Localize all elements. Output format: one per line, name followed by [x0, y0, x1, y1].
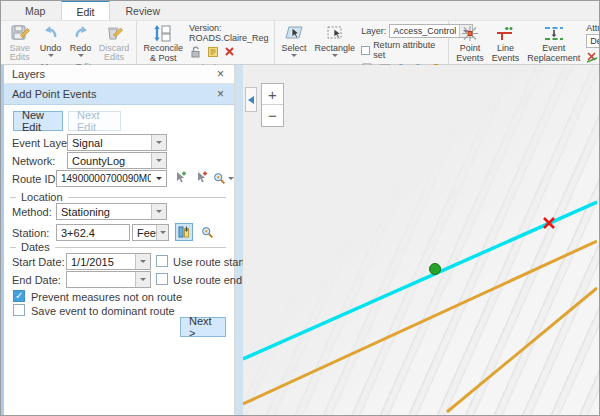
network-label: Network: [12, 155, 55, 167]
line-events-button[interactable]: Line Events [488, 22, 524, 63]
layers-pane-header: Layers × [4, 65, 234, 84]
add-point-events-body: New Edit Next Edit Event Layer: Signal N… [4, 105, 234, 415]
redo-button[interactable]: Redo [66, 22, 96, 57]
location-section-header: Location [10, 191, 226, 203]
use-route-end-checkbox[interactable] [156, 273, 168, 285]
zoom-in-button[interactable]: + [262, 84, 283, 105]
layers-pane-title: Layers [12, 68, 215, 80]
end-date-combo[interactable] [66, 271, 151, 288]
tab-edit[interactable]: Edit [61, 0, 109, 20]
pane-divider[interactable] [235, 65, 243, 415]
ribbon: Save Edits Undo Redo [1, 21, 599, 65]
route-id-caret[interactable] [151, 171, 166, 186]
group-selection: Select Rectangle Layer: Access_Control [275, 21, 450, 64]
rectangle-select-icon [325, 23, 345, 43]
point-event-marker[interactable] [430, 264, 441, 275]
layer-label: Layer: [361, 26, 386, 36]
select-route-add-icon[interactable] [171, 169, 189, 187]
reconcile-icon [153, 23, 173, 43]
station-zoom-icon[interactable] [198, 223, 216, 241]
event-replacement-icon [542, 23, 566, 43]
point-events-icon [460, 23, 480, 43]
tab-map[interactable]: Map [11, 0, 59, 20]
line-events-icon [495, 23, 515, 43]
pick-location-tool-icon[interactable] [175, 223, 193, 241]
network-caret[interactable] [151, 153, 166, 168]
prevent-measures-label: Prevent measures not on route [31, 291, 182, 303]
attribute-set-label: Attribute Set: [586, 23, 600, 33]
station-label: Station: [12, 227, 49, 239]
undo-dropdown-caret[interactable] [48, 54, 54, 57]
return-attribute-set-checkbox[interactable]: Return attribute set [361, 40, 443, 60]
select-route-remove-icon[interactable] [192, 169, 210, 187]
delete-version-icon[interactable] [223, 45, 236, 58]
trash-icon [104, 23, 124, 43]
next-edit-button[interactable]: Next Edit [68, 111, 121, 131]
next-button[interactable]: Next > [180, 317, 226, 337]
route-id-combo[interactable]: 14900000700090M01 [56, 170, 167, 187]
select-cursor-icon [284, 23, 304, 43]
return-attribute-checkbox-box[interactable] [361, 46, 370, 55]
remove-event-icon[interactable] [586, 50, 598, 63]
add-point-events-pane: Layers × Add Point Events × New Edit Nex… [4, 65, 235, 415]
rectangle-select-button[interactable]: Rectangle [311, 22, 360, 57]
event-layer-combo[interactable]: Signal [67, 134, 167, 151]
station-input[interactable] [56, 224, 130, 241]
group-edit-events: Point Events Line Events Event Replaceme… [449, 21, 600, 64]
undo-icon [42, 23, 60, 43]
ribbon-tab-bar: Map Edit Review [1, 1, 599, 21]
start-date-combo[interactable]: 1/1/2015 [66, 253, 151, 270]
unlock-icon[interactable] [189, 45, 202, 58]
reconcile-post-button[interactable]: Reconcile & Post [140, 22, 188, 63]
method-label: Method: [12, 206, 52, 218]
method-combo[interactable]: Stationing [56, 203, 167, 220]
rectangle-dropdown-caret[interactable] [332, 54, 338, 57]
network-combo[interactable]: CountyLog [67, 152, 167, 169]
save-dominant-checkbox[interactable] [13, 304, 25, 316]
app-window: Map Edit Review Save Edits Undo [0, 0, 600, 416]
tab-review[interactable]: Review [112, 0, 174, 20]
route-zoom-icon[interactable] [212, 169, 234, 187]
attribute-set-combo[interactable]: Default [586, 34, 600, 48]
dates-section-header: Dates [10, 241, 226, 253]
map-view[interactable]: + − [243, 65, 599, 415]
group-manage-edits: Save Edits Undo Redo [1, 21, 137, 64]
discard-edits-button[interactable]: Discard Edits [96, 22, 133, 62]
road-line-upper[interactable] [243, 241, 597, 404]
layers-close-icon[interactable]: × [215, 68, 226, 80]
station-units-combo[interactable]: Feet [132, 224, 169, 241]
version-changes-icon[interactable] [206, 45, 219, 58]
map-zoom-control: + − [261, 83, 284, 127]
method-caret[interactable] [151, 204, 166, 219]
select-dropdown-caret[interactable] [291, 54, 297, 57]
select-button[interactable]: Select [278, 22, 311, 57]
add-point-events-header: Add Point Events × [4, 84, 234, 105]
save-dominant-label: Save event to dominant route [31, 305, 175, 317]
prevent-measures-checkbox[interactable] [13, 290, 25, 302]
highlighted-route-line[interactable] [243, 202, 597, 359]
end-date-caret[interactable] [135, 272, 150, 287]
point-events-button[interactable]: Point Events [452, 22, 488, 63]
version-name: ROADS.Claire_Reg [189, 33, 269, 43]
station-units-caret[interactable] [156, 225, 168, 240]
save-icon [10, 23, 30, 43]
version-caption: Version: [189, 23, 269, 33]
pane-collapse-button[interactable] [245, 87, 257, 112]
redo-dropdown-caret[interactable] [78, 54, 84, 57]
road-line-lower[interactable] [447, 288, 597, 412]
redo-icon [72, 23, 90, 43]
use-route-start-checkbox[interactable] [156, 255, 168, 267]
save-edits-button[interactable]: Save Edits [4, 22, 36, 62]
collapse-arrow-icon [248, 96, 254, 104]
start-date-caret[interactable] [135, 254, 150, 269]
event-layer-caret[interactable] [151, 135, 166, 150]
add-point-events-close-icon[interactable]: × [215, 88, 226, 100]
start-date-label: Start Date: [12, 256, 65, 268]
add-point-events-title: Add Point Events [12, 88, 215, 100]
group-versioning: Reconcile & Post Version: ROADS.Claire_R… [137, 21, 275, 64]
event-replacement-button[interactable]: Event Replacement [523, 22, 584, 63]
route-id-label: Route ID: [12, 173, 58, 185]
undo-button[interactable]: Undo [36, 22, 66, 57]
new-edit-button[interactable]: New Edit [13, 111, 63, 131]
zoom-out-button[interactable]: − [262, 105, 283, 126]
